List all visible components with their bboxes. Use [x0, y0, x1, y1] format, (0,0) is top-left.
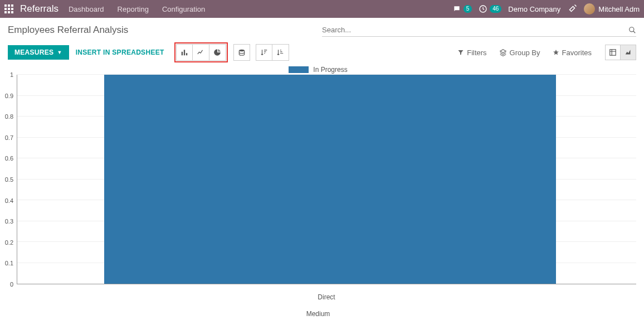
sort-asc-button[interactable] — [272, 44, 289, 61]
nav-dashboard[interactable]: Dashboard — [69, 5, 104, 13]
measures-label: MEASURES — [14, 49, 53, 56]
svg-rect-3 — [183, 50, 184, 55]
messages-button[interactable]: 5 — [452, 5, 472, 13]
y-tick: 0.9 — [0, 93, 13, 99]
graph-view-button[interactable] — [621, 45, 636, 60]
avatar — [584, 3, 595, 14]
layers-icon — [499, 49, 507, 56]
pie-chart-icon — [213, 49, 221, 56]
groupby-button[interactable]: Group By — [499, 49, 540, 57]
control-panel: Employees Referral Analysis MEASURES ▼ I… — [0, 18, 644, 62]
x-axis-title: Medium — [0, 310, 636, 318]
sort-group — [256, 44, 289, 61]
chart-legend: In Progress — [0, 66, 636, 74]
debug-button[interactable] — [567, 4, 577, 14]
svg-rect-2 — [181, 52, 182, 55]
chat-icon — [452, 5, 461, 13]
chart-type-group — [176, 44, 226, 61]
sort-desc-button[interactable] — [256, 44, 272, 61]
legend-label: In Progress — [313, 66, 347, 74]
topbar: Referrals Dashboard Reporting Configurat… — [0, 0, 644, 18]
measures-button[interactable]: MEASURES ▼ — [8, 45, 69, 60]
groupby-label: Group By — [510, 49, 540, 57]
favorites-label: Favorites — [562, 49, 592, 57]
apps-icon[interactable] — [4, 4, 13, 13]
y-tick: 0.7 — [0, 134, 13, 141]
stack-icon — [238, 49, 246, 56]
y-tick: 0.6 — [0, 155, 13, 162]
svg-point-5 — [239, 50, 244, 52]
nav-reporting[interactable]: Reporting — [118, 5, 149, 13]
y-tick: 0.1 — [0, 260, 13, 266]
caret-down-icon: ▼ — [57, 50, 62, 55]
y-tick: 0.2 — [0, 239, 13, 246]
topbar-right: 5 46 Demo Company Mitchell Adm — [452, 3, 640, 14]
plot-area — [17, 75, 636, 284]
y-tick: 1 — [0, 71, 13, 78]
filters-label: Filters — [467, 49, 486, 57]
pie-chart-button[interactable] — [209, 44, 226, 61]
bar-chart-button[interactable] — [176, 44, 193, 61]
search-icon[interactable] — [628, 26, 636, 34]
insert-spreadsheet-button[interactable]: INSERT IN SPREADSHEET — [69, 45, 171, 60]
funnel-icon — [457, 49, 464, 56]
highlighted-chart-type-group — [174, 42, 228, 62]
y-tick: 0.8 — [0, 113, 13, 120]
filter-group: Filters Group By Favorites — [457, 49, 592, 57]
user-name: Mitchell Adm — [598, 5, 640, 13]
cp-row-title-search: Employees Referral Analysis — [8, 23, 636, 37]
wrench-icon — [567, 4, 577, 14]
activities-button[interactable]: 46 — [479, 4, 501, 13]
bar-chart-icon — [180, 49, 188, 56]
chart: 00.10.20.30.40.50.60.70.80.91 Direct — [14, 75, 636, 298]
line-chart-icon — [197, 49, 204, 56]
cp-row-toolbar: MEASURES ▼ INSERT IN SPREADSHEET — [8, 42, 636, 62]
favorites-button[interactable]: Favorites — [553, 49, 592, 57]
y-tick: 0 — [0, 281, 13, 288]
view-switcher — [605, 45, 636, 60]
user-menu[interactable]: Mitchell Adm — [584, 3, 640, 14]
page-title: Employees Referral Analysis — [8, 25, 322, 36]
y-tick: 0.4 — [0, 197, 13, 204]
filters-button[interactable]: Filters — [457, 49, 486, 57]
nav-configuration[interactable]: Configuration — [162, 5, 205, 13]
messages-count: 5 — [464, 5, 472, 13]
legend-swatch — [289, 66, 309, 73]
search-wrap — [322, 23, 636, 37]
topbar-left: Referrals Dashboard Reporting Configurat… — [4, 3, 215, 14]
y-tick: 0.5 — [0, 176, 13, 183]
x-tick-label: Direct — [17, 293, 636, 301]
svg-point-1 — [630, 27, 634, 31]
company-switcher[interactable]: Demo Company — [508, 5, 560, 13]
svg-rect-6 — [610, 50, 616, 56]
pivot-icon — [609, 49, 617, 56]
star-icon — [553, 49, 559, 56]
clock-icon — [479, 4, 487, 13]
chart-area: In Progress 00.10.20.30.40.50.60.70.80.9… — [0, 62, 644, 320]
stacked-button[interactable] — [233, 44, 250, 61]
svg-rect-4 — [186, 53, 187, 55]
app-brand[interactable]: Referrals — [20, 3, 58, 14]
area-chart-icon — [625, 49, 632, 56]
y-tick: 0.3 — [0, 218, 13, 225]
pivot-view-button[interactable] — [605, 45, 621, 60]
y-axis: 00.10.20.30.40.50.60.70.80.91 — [0, 75, 13, 284]
sort-desc-icon — [260, 49, 268, 56]
activities-count: 46 — [490, 5, 501, 13]
sort-asc-icon — [276, 49, 284, 56]
search-input[interactable] — [322, 23, 628, 36]
line-chart-button[interactable] — [193, 44, 209, 61]
bar[interactable] — [104, 75, 556, 284]
